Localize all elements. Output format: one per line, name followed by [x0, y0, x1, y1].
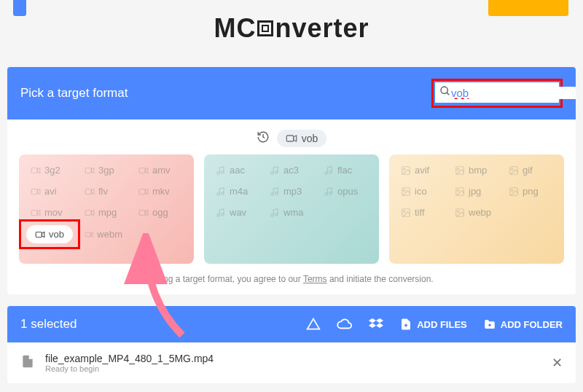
svg-marker-11	[37, 189, 40, 194]
svg-rect-20	[139, 210, 145, 215]
format-card-title: Pick a target format	[20, 86, 128, 101]
format-flac[interactable]: flac	[319, 162, 366, 179]
search-input[interactable]	[451, 87, 576, 99]
format-jpg[interactable]: jpg	[450, 183, 497, 200]
brand-part1: MC	[214, 13, 256, 44]
format-vob[interactable]: vob	[26, 225, 73, 243]
recent-chip[interactable]: vob	[277, 130, 327, 147]
svg-marker-7	[91, 168, 93, 173]
onedrive-button[interactable]	[337, 316, 353, 332]
file-name: file_example_MP4_480_1_5MG.mp4	[45, 353, 541, 364]
svg-point-32	[217, 192, 220, 195]
svg-marker-19	[91, 210, 93, 215]
format-wma[interactable]: wma	[265, 204, 312, 221]
format-amv[interactable]: amv	[134, 162, 181, 179]
format-aac[interactable]: aac	[211, 162, 258, 179]
add-folder-button[interactable]: ADD FOLDER	[483, 318, 563, 331]
svg-rect-14	[139, 189, 145, 194]
svg-rect-24	[85, 232, 90, 236]
format-mkv[interactable]: mkv	[134, 183, 181, 200]
svg-point-40	[271, 213, 274, 216]
svg-marker-15	[145, 189, 148, 194]
search-highlight-box: ✕	[431, 79, 563, 108]
format-png[interactable]: png	[504, 183, 551, 200]
svg-marker-21	[145, 210, 148, 215]
google-drive-button[interactable]	[306, 317, 321, 332]
svg-point-47	[512, 168, 513, 170]
format-webp[interactable]: webp	[450, 204, 497, 221]
format-3gp[interactable]: 3gp	[80, 162, 127, 179]
selection-count: 1 selected	[20, 317, 77, 332]
format-tiff[interactable]: tiff	[396, 204, 443, 221]
top-blue-tab	[13, 0, 26, 16]
format-mp3[interactable]: mp3	[265, 183, 312, 200]
svg-point-26	[217, 171, 220, 174]
dropbox-icon	[369, 317, 383, 332]
svg-rect-18	[85, 210, 91, 215]
svg-point-41	[275, 213, 278, 216]
svg-marker-61	[369, 323, 376, 328]
file-status: Ready to begin	[45, 364, 541, 373]
format-avif[interactable]: avif	[396, 162, 443, 179]
svg-rect-4	[31, 168, 37, 173]
format-m4a[interactable]: m4a	[211, 183, 258, 200]
panel-audio: aacac3flacm4amp3opuswavwma	[204, 154, 379, 264]
recent-label: vob	[302, 133, 318, 144]
svg-point-31	[329, 170, 332, 173]
svg-rect-12	[85, 189, 91, 194]
svg-rect-8	[139, 168, 145, 173]
svg-point-33	[222, 192, 224, 195]
svg-marker-60	[376, 318, 383, 324]
format-3g2[interactable]: 3g2	[26, 162, 73, 179]
format-webm[interactable]: webm	[80, 225, 127, 243]
format-ac3[interactable]: ac3	[265, 162, 312, 179]
svg-marker-58	[308, 319, 320, 329]
svg-point-43	[404, 168, 405, 170]
svg-marker-9	[145, 168, 148, 173]
svg-marker-23	[42, 232, 44, 237]
svg-point-30	[325, 171, 328, 174]
svg-marker-62	[376, 323, 383, 328]
file-icon	[20, 354, 35, 372]
format-gif[interactable]: gif	[504, 162, 551, 179]
svg-point-36	[325, 192, 328, 195]
format-ogg[interactable]: ogg	[134, 204, 181, 221]
video-icon	[286, 133, 297, 144]
history-icon	[257, 130, 270, 146]
svg-point-53	[512, 189, 513, 191]
svg-point-27	[222, 170, 224, 173]
svg-point-38	[217, 213, 220, 216]
panel-image: avifbmpgificojpgpngtiffwebp	[389, 154, 564, 264]
format-ico[interactable]: ico	[396, 183, 443, 200]
top-orange-tab	[488, 0, 568, 16]
format-mpg[interactable]: mpg	[80, 204, 127, 221]
convert-icon	[257, 20, 273, 36]
svg-marker-3	[293, 136, 296, 141]
svg-marker-13	[91, 189, 93, 194]
svg-rect-2	[286, 136, 293, 141]
format-wav[interactable]: wav	[211, 204, 258, 221]
files-card: 1 selected ADD FILES ADD FOLDER	[7, 306, 576, 383]
svg-line-1	[447, 93, 449, 95]
search-box[interactable]: ✕	[435, 82, 559, 104]
remove-file-button[interactable]: ✕	[552, 355, 563, 371]
file-row: file_example_MP4_480_1_5MG.mp4 Ready to …	[7, 342, 576, 383]
svg-point-45	[458, 168, 459, 170]
svg-marker-25	[90, 232, 93, 236]
svg-point-28	[271, 171, 274, 174]
format-mov[interactable]: mov	[26, 204, 73, 221]
format-avi[interactable]: avi	[26, 183, 73, 200]
svg-point-57	[458, 211, 459, 212]
svg-rect-10	[31, 189, 37, 194]
format-bmp[interactable]: bmp	[450, 162, 497, 179]
terms-link[interactable]: Terms	[303, 274, 327, 284]
format-opus[interactable]: opus	[319, 183, 366, 200]
svg-point-34	[271, 192, 274, 195]
svg-rect-22	[36, 232, 42, 237]
dropbox-button[interactable]	[369, 317, 383, 332]
add-files-button[interactable]: ADD FILES	[399, 318, 467, 331]
svg-marker-59	[369, 318, 376, 324]
svg-marker-5	[37, 168, 40, 173]
format-flv[interactable]: flv	[80, 183, 127, 200]
file-add-icon	[399, 318, 412, 331]
